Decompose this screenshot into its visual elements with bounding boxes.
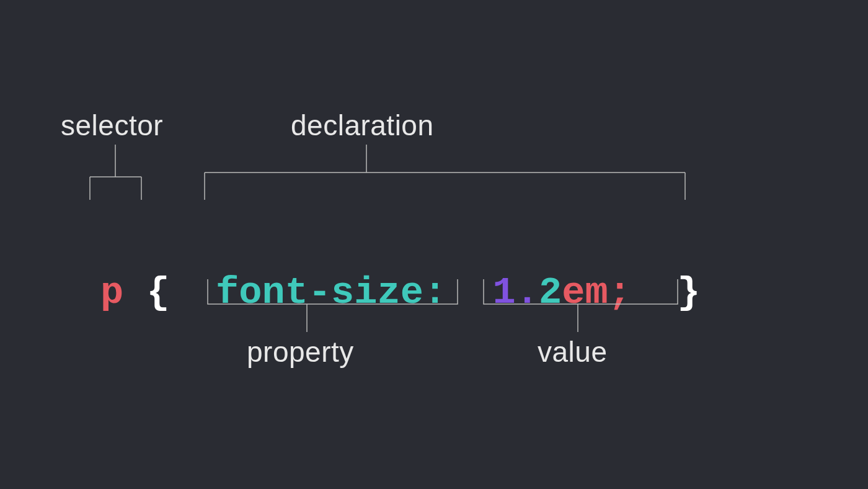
token-value-1: 1 — [493, 271, 516, 315]
bracket-declaration — [205, 145, 685, 200]
token-value-dot: . — [516, 271, 539, 315]
token-property: font-size — [216, 271, 423, 315]
token-brace-open: { — [146, 271, 169, 315]
css-code-line: p { font-size: 1.2em; } — [100, 227, 701, 315]
label-value: value — [538, 335, 607, 369]
token-value-unit: em — [562, 271, 608, 315]
label-declaration: declaration — [291, 109, 434, 142]
token-brace-close: } — [677, 271, 700, 315]
token-value-2: 2 — [539, 271, 562, 315]
label-selector: selector — [61, 109, 163, 142]
token-colon: : — [423, 271, 446, 315]
token-semicolon: ; — [608, 271, 631, 315]
label-property: property — [247, 335, 354, 369]
bracket-selector — [90, 145, 141, 200]
token-selector: p — [100, 271, 123, 315]
